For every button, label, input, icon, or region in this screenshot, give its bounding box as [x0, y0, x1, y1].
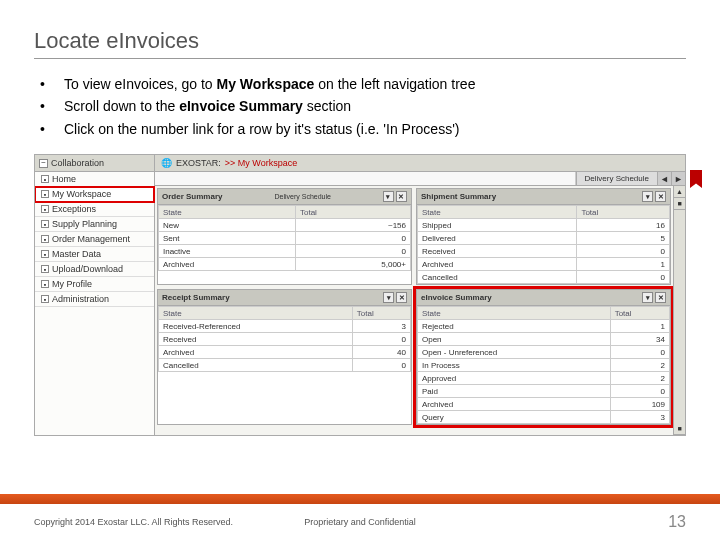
value-link[interactable]: 5,000+ — [295, 258, 410, 271]
filter-icon[interactable]: ▾ — [383, 292, 394, 303]
value-link[interactable]: 109 — [610, 398, 669, 411]
breadcrumb-prefix: EXOSTAR: — [176, 158, 221, 168]
expand-icon[interactable]: ▪ — [41, 265, 49, 273]
sidebar-item-label: Upload/Download — [52, 264, 123, 274]
bullet-icon: • — [40, 118, 64, 140]
value-link[interactable]: 2 — [610, 372, 669, 385]
expand-icon[interactable]: ▪ — [41, 295, 49, 303]
sidebar-item-exceptions[interactable]: ▪Exceptions — [35, 202, 154, 217]
bullet-icon: • — [40, 73, 64, 95]
column-header: State — [159, 206, 296, 219]
value-link[interactable]: 16 — [577, 219, 670, 232]
column-header: Total — [577, 206, 670, 219]
value-link[interactable]: 0 — [352, 359, 410, 372]
footer-confidential: Proprietary and Confidential — [304, 517, 416, 527]
expand-icon[interactable]: ▪ — [41, 220, 49, 228]
sidebar-item-administration[interactable]: ▪Administration — [35, 292, 154, 307]
table-row: In Process2 — [418, 359, 670, 372]
bullet-text: Click on the number link for a row by it… — [64, 118, 460, 140]
close-icon[interactable]: ✕ — [396, 191, 407, 202]
close-icon[interactable]: ✕ — [655, 191, 666, 202]
state-cell: Delivered — [418, 232, 577, 245]
state-cell: Open — [418, 333, 611, 346]
table-row: New~156 — [159, 219, 411, 232]
state-cell: Archived — [159, 346, 353, 359]
table-row: Received0 — [418, 245, 670, 258]
footer-copyright: Copyright 2014 Exostar LLC. All Rights R… — [34, 517, 233, 527]
table-row: Open - Unreferenced0 — [418, 346, 670, 359]
table-row: Shipped16 — [418, 219, 670, 232]
state-cell: Received-Referenced — [159, 320, 353, 333]
sidebar-item-supply-planning[interactable]: ▪Supply Planning — [35, 217, 154, 232]
tab-scroll-left[interactable]: ◄ — [657, 172, 671, 185]
value-link[interactable]: 3 — [610, 411, 669, 424]
value-link[interactable]: 0 — [610, 385, 669, 398]
sidebar-item-upload/download[interactable]: ▪Upload/Download — [35, 262, 154, 277]
sidebar-item-label: My Workspace — [52, 189, 111, 199]
value-link[interactable]: 0 — [295, 232, 410, 245]
value-link[interactable]: 0 — [295, 245, 410, 258]
table-row: Approved2 — [418, 372, 670, 385]
state-cell: Archived — [159, 258, 296, 271]
value-link[interactable]: 0 — [577, 271, 670, 284]
value-link[interactable]: 1 — [610, 320, 669, 333]
expand-icon[interactable]: ▪ — [41, 280, 49, 288]
value-link[interactable]: 0 — [352, 333, 410, 346]
app-screenshot: − Collaboration •Home▪My Workspace▪Excep… — [34, 154, 686, 436]
value-link[interactable]: 3 — [352, 320, 410, 333]
panel-title: Order Summary — [162, 192, 222, 201]
expand-icon[interactable]: • — [41, 175, 49, 183]
expand-icon[interactable]: ▪ — [41, 235, 49, 243]
bullet-list: •To view eInvoices, go to My Workspace o… — [34, 73, 686, 140]
value-link[interactable]: 1 — [577, 258, 670, 271]
value-link[interactable]: 0 — [577, 245, 670, 258]
expand-icon[interactable]: ▪ — [41, 250, 49, 258]
state-cell: Received — [418, 245, 577, 258]
expand-icon[interactable]: ▪ — [41, 190, 49, 198]
sidebar-item-order-management[interactable]: ▪Order Management — [35, 232, 154, 247]
table-row: Archived109 — [418, 398, 670, 411]
value-link[interactable]: 2 — [610, 359, 669, 372]
filter-icon[interactable]: ▾ — [383, 191, 394, 202]
breadcrumb: 🌐 EXOSTAR: >> My Workspace — [155, 155, 685, 172]
tab-bar: Delivery Schedule ◄ ► — [155, 172, 685, 186]
state-cell: Sent — [159, 232, 296, 245]
table-row: Cancelled0 — [159, 359, 411, 372]
scroll-marker2[interactable]: ■ — [674, 423, 685, 435]
value-link[interactable]: 5 — [577, 232, 670, 245]
expand-icon[interactable]: ▪ — [41, 205, 49, 213]
table-row: Sent0 — [159, 232, 411, 245]
panel-receipt-summary: Receipt Summary▾✕StateTotalReceived-Refe… — [157, 289, 412, 425]
close-icon[interactable]: ✕ — [396, 292, 407, 303]
table-row: Rejected1 — [418, 320, 670, 333]
column-header: State — [159, 307, 353, 320]
sidebar-item-label: Order Management — [52, 234, 130, 244]
tab-scroll-right[interactable]: ► — [671, 172, 685, 185]
state-cell: Query — [418, 411, 611, 424]
state-cell: Cancelled — [159, 359, 353, 372]
panel-einvoice-summary: eInvoice Summary▾✕StateTotalRejected1Ope… — [416, 289, 671, 425]
filter-icon[interactable]: ▾ — [642, 191, 653, 202]
sidebar-item-my-workspace[interactable]: ▪My Workspace — [35, 187, 154, 202]
footer: Copyright 2014 Exostar LLC. All Rights R… — [0, 504, 720, 540]
globe-icon: 🌐 — [161, 158, 172, 168]
sidebar-item-home[interactable]: •Home — [35, 172, 154, 187]
filter-icon[interactable]: ▾ — [642, 292, 653, 303]
sidebar-item-my-profile[interactable]: ▪My Profile — [35, 277, 154, 292]
sidebar-item-master-data[interactable]: ▪Master Data — [35, 247, 154, 262]
value-link[interactable]: 40 — [352, 346, 410, 359]
value-link[interactable]: 34 — [610, 333, 669, 346]
value-link[interactable]: ~156 — [295, 219, 410, 232]
value-link[interactable]: 0 — [610, 346, 669, 359]
breadcrumb-page: >> My Workspace — [225, 158, 297, 168]
scroll-up-icon[interactable]: ▲ — [674, 186, 685, 198]
table-row: Paid0 — [418, 385, 670, 398]
panel-title: Shipment Summary — [421, 192, 496, 201]
main-area: 🌐 EXOSTAR: >> My Workspace Delivery Sche… — [155, 155, 685, 435]
scroll-marker[interactable]: ■ — [674, 198, 685, 210]
collapse-icon[interactable]: − — [39, 159, 48, 168]
sidebar-header: − Collaboration — [35, 155, 154, 172]
tab-delivery-schedule[interactable]: Delivery Schedule — [576, 172, 657, 185]
state-cell: Rejected — [418, 320, 611, 333]
close-icon[interactable]: ✕ — [655, 292, 666, 303]
